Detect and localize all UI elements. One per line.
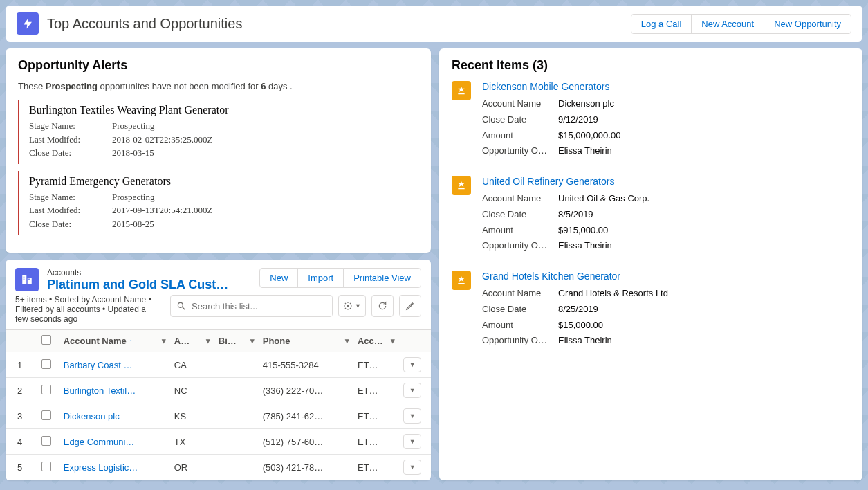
recent-item-link[interactable]: Grand Hotels Kitchen Generator — [482, 271, 850, 282]
cell-owner: ET… — [353, 352, 399, 378]
list-view-selector[interactable]: Platinum and Gold SLA Cust… — [47, 278, 234, 292]
cell-billing — [214, 403, 259, 429]
row-checkbox[interactable] — [41, 410, 51, 420]
row-actions-button[interactable]: ▼ — [403, 460, 421, 475]
recent-label: Amount — [482, 128, 558, 144]
alerts-intro-stage: Prospecting — [46, 81, 98, 91]
list-search-input[interactable] — [186, 297, 332, 316]
recent-value: Elissa Theirin — [558, 143, 850, 159]
chevron-down-icon[interactable]: ▾ — [206, 336, 210, 345]
cell-phone: (336) 222-70… — [259, 378, 353, 403]
cell-owner: ET… — [353, 429, 399, 455]
alert-value-close: 2015-08-25 — [112, 217, 154, 231]
recent-label: Opportunity O… — [482, 333, 558, 349]
sort-ascending-icon: ↑ — [129, 337, 133, 345]
list-printable-button[interactable]: Printable View — [343, 268, 421, 288]
list-settings-button[interactable]: ▼ — [338, 295, 366, 317]
recent-item-link[interactable]: Dickenson Mobile Generators — [482, 81, 850, 92]
alerts-intro-mid: opportunites have not been modified for — [98, 81, 261, 91]
alerts-intro-prefix: These — [18, 81, 46, 91]
row-checkbox[interactable] — [41, 359, 51, 369]
cell-state: TX — [170, 429, 214, 455]
alerts-intro-suffix: days . — [266, 81, 292, 91]
alert-value-close: 2018-03-15 — [112, 146, 154, 160]
account-name-link[interactable]: Express Logistic… — [64, 462, 138, 473]
page-header: Top Accounts and Opportunities Log a Cal… — [6, 6, 862, 42]
row-actions-button[interactable]: ▼ — [403, 357, 421, 372]
svg-point-5 — [178, 302, 183, 307]
account-icon — [15, 268, 39, 291]
row-number: 5 — [6, 455, 34, 480]
search-icon — [176, 301, 186, 311]
recent-value: $15,000.00 — [558, 318, 850, 334]
chevron-down-icon[interactable]: ▾ — [162, 336, 166, 345]
list-new-button[interactable]: New — [259, 268, 298, 288]
recent-value: $915,000.00 — [558, 223, 850, 239]
opportunity-alerts-title: Opportunity Alerts — [18, 58, 418, 73]
opportunity-alerts-panel: Opportunity Alerts These Prospecting opp… — [6, 48, 431, 253]
chevron-down-icon: ▼ — [409, 438, 416, 445]
col-account-name[interactable]: Account Name ↑▾ — [59, 330, 170, 352]
recent-value: Elissa Theirin — [558, 238, 850, 254]
account-name-link[interactable]: Burlington Textil… — [64, 385, 136, 396]
list-import-button[interactable]: Import — [297, 268, 344, 288]
chevron-down-icon[interactable]: ▾ — [391, 336, 395, 345]
recent-items-panel: Recent Items (3) Dickenson Mobile Genera… — [439, 48, 862, 480]
col-label: Account Name — [64, 336, 127, 346]
alert-label-close: Close Date: — [29, 146, 112, 160]
table-row: 4Edge Communi…TX(512) 757-60…ET…▼ — [6, 429, 431, 455]
cell-state: OR — [170, 455, 214, 480]
cell-state: CA — [170, 352, 214, 378]
select-all-checkbox[interactable] — [41, 335, 51, 345]
refresh-button[interactable] — [371, 295, 394, 317]
new-opportunity-button[interactable]: New Opportunity — [764, 14, 851, 34]
list-search[interactable] — [170, 295, 333, 317]
chevron-down-icon: ▼ — [355, 302, 361, 309]
app-icon — [17, 12, 39, 35]
col-2[interactable]: A…▾ — [170, 330, 214, 352]
svg-line-6 — [183, 307, 185, 310]
row-checkbox[interactable] — [41, 462, 51, 471]
row-actions-button[interactable]: ▼ — [403, 434, 421, 449]
row-checkbox[interactable] — [41, 436, 51, 446]
account-name-link[interactable]: Dickenson plc — [64, 411, 120, 421]
cell-phone: (785) 241-62… — [259, 403, 353, 429]
refresh-icon — [378, 301, 387, 311]
recent-label: Opportunity O… — [482, 238, 558, 254]
recent-value: Grand Hotels & Resorts Ltd — [558, 286, 850, 302]
recent-value: $15,000,000.00 — [558, 128, 850, 144]
alert-item: Burlington Textiles Weaving Plant Genera… — [18, 100, 418, 164]
chevron-down-icon: ▼ — [409, 387, 416, 394]
row-checkbox[interactable] — [41, 385, 51, 394]
account-name-link[interactable]: Edge Communi… — [64, 437, 135, 447]
chevron-down-icon[interactable]: ▾ — [345, 336, 349, 345]
recent-label: Account Name — [482, 286, 558, 302]
recent-item-link[interactable]: United Oil Refinery Generators — [482, 176, 850, 187]
recent-value: 9/12/2019 — [558, 112, 850, 128]
recent-value: 8/25/2019 — [558, 302, 850, 318]
row-actions-button[interactable]: ▼ — [403, 408, 421, 424]
chevron-down-icon[interactable]: ▾ — [250, 336, 255, 345]
col-phone[interactable]: Phone▾ — [259, 330, 353, 352]
cell-billing — [214, 455, 259, 480]
col-3[interactable]: Bi…▾ — [214, 330, 259, 352]
accounts-list-panel: Accounts Platinum and Gold SLA Cust… New… — [6, 260, 431, 480]
table-row: 5Express Logistic…OR(503) 421-78…ET…▼ — [6, 455, 431, 480]
alert-label-close: Close Date: — [29, 217, 112, 231]
chevron-down-icon: ▼ — [409, 412, 416, 419]
recent-item: Dickenson Mobile GeneratorsAccount NameD… — [452, 81, 850, 159]
alert-label-stage: Stage Name: — [29, 190, 112, 204]
accounts-table: Account Name ↑▾ A…▾ Bi…▾ Phone▾ Acc…▾ 1B… — [6, 329, 431, 480]
cell-billing — [214, 378, 259, 403]
recent-items-title: Recent Items (3) — [452, 58, 850, 73]
account-name-link[interactable]: Barbary Coast … — [64, 360, 133, 370]
new-account-button[interactable]: New Account — [691, 14, 764, 34]
recent-label: Close Date — [482, 207, 558, 223]
row-actions-button[interactable]: ▼ — [403, 383, 421, 398]
page-title: Top Accounts and Opportunities — [47, 16, 242, 32]
log-a-call-button[interactable]: Log a Call — [631, 14, 692, 34]
alert-value-modified: 2017-09-13T20:54:21.000Z — [112, 203, 213, 217]
edit-list-button[interactable] — [399, 295, 421, 317]
svg-rect-4 — [28, 279, 30, 280]
col-5[interactable]: Acc…▾ — [353, 330, 399, 352]
